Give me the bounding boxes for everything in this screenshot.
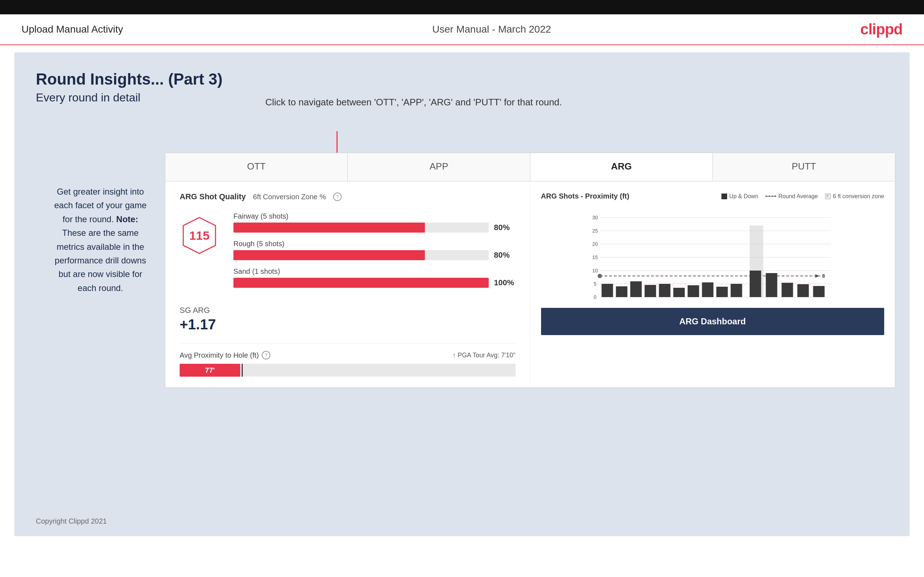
fairway-pct: 80% (494, 223, 515, 232)
pga-avg: ↑ PGA Tour Avg: 7'10" (452, 351, 515, 359)
sand-label: Sand (1 shots) (233, 268, 515, 276)
proximity-title: Avg Proximity to Hole (ft) ? (179, 351, 270, 359)
hex-score: 115 (179, 216, 219, 255)
svg-text:8: 8 (822, 273, 825, 279)
clippd-logo: clippd (860, 21, 903, 38)
panel-title: ARG Shot Quality (179, 192, 246, 201)
rough-label: Rough (5 shots) (233, 240, 515, 248)
proximity-chart: 0 5 10 15 20 25 30 (541, 208, 885, 301)
svg-text:10: 10 (592, 268, 598, 274)
card-body: ARG Shot Quality 6ft Conversion Zone % ?… (165, 181, 895, 387)
sand-bar-fill (233, 278, 489, 288)
sg-value: +1.17 (179, 316, 515, 333)
svg-rect-27 (645, 285, 656, 297)
legend-conversion: 6 ft conversion zone (825, 193, 884, 200)
sg-label: SG ARG (179, 306, 515, 315)
header: Upload Manual Activity User Manual - Mar… (0, 15, 924, 45)
section-title: Round Insights... (Part 3) (36, 70, 888, 88)
svg-rect-28 (659, 284, 670, 297)
help-icon[interactable]: ? (333, 192, 342, 201)
svg-rect-37 (797, 284, 809, 297)
svg-rect-31 (702, 282, 713, 297)
sand-pct: 100% (494, 278, 515, 287)
upload-manual-activity-label: Upload Manual Activity (21, 24, 123, 35)
sg-section: SG ARG +1.17 (179, 306, 515, 333)
legend-up-down: Up & Down (721, 193, 758, 200)
tab-app[interactable]: APP (348, 153, 530, 181)
sand-row: Sand (1 shots) 100% (233, 268, 515, 288)
hex-bars-container: 115 Fairway (5 shots) 80% (179, 212, 515, 295)
hex-number: 115 (189, 229, 210, 243)
main-content: Round Insights... (Part 3) Every round i… (15, 52, 909, 536)
insights-card: OTT APP ARG PUTT ARG Shot Quality 6ft Co… (165, 153, 895, 388)
fairway-row: Fairway (5 shots) 80% (233, 212, 515, 232)
svg-rect-25 (615, 286, 627, 297)
proximity-section: Avg Proximity to Hole (ft) ? ↑ PGA Tour … (179, 343, 515, 377)
svg-rect-24 (601, 284, 613, 297)
note-label: Note: (116, 214, 138, 224)
tabs-container: OTT APP ARG PUTT (165, 153, 895, 181)
svg-text:5: 5 (593, 281, 596, 287)
svg-rect-32 (716, 287, 727, 297)
proximity-help-icon[interactable]: ? (262, 351, 270, 359)
proximity-marker (242, 364, 243, 377)
tab-putt[interactable]: PUTT (713, 153, 895, 181)
fairway-label: Fairway (5 shots) (233, 212, 515, 221)
chart-header: ARG Shots - Proximity (ft) Up & Down Rou… (541, 192, 885, 200)
footer-copyright: Copyright Clippd 2021 (36, 517, 107, 525)
svg-rect-36 (781, 283, 793, 297)
svg-rect-34 (750, 271, 761, 297)
panel-subtitle: 6ft Conversion Zone % (253, 193, 326, 201)
fairway-bar-fill (233, 222, 425, 232)
legend-dashed-icon (766, 196, 776, 197)
sand-bar-track (233, 278, 489, 288)
rough-bar-track (233, 250, 489, 260)
svg-text:0: 0 (593, 294, 596, 300)
left-description: Get greater insight into each facet of y… (50, 185, 150, 295)
legend-conversion-label: 6 ft conversion zone (833, 193, 884, 200)
rough-row: Rough (5 shots) 80% (233, 240, 515, 260)
svg-point-39 (598, 274, 602, 278)
tab-arg[interactable]: ARG (530, 153, 713, 181)
document-title: User Manual - March 2022 (433, 24, 551, 35)
legend-round-avg-label: Round Average (779, 193, 818, 200)
chart-legend: Up & Down Round Average 6 ft conversion … (721, 193, 884, 200)
svg-marker-20 (815, 274, 819, 278)
proximity-value: 77' (205, 366, 215, 374)
svg-rect-30 (687, 285, 699, 297)
rough-pct: 80% (494, 250, 515, 260)
svg-rect-35 (766, 273, 777, 297)
rough-bar-fill (233, 250, 425, 260)
chart-area: 0 5 10 15 20 25 30 (541, 208, 885, 301)
proximity-bar-track: 77' (179, 364, 515, 377)
nav-hint: Click to navigate between 'OTT', 'APP', … (265, 95, 562, 109)
top-bar (0, 0, 924, 15)
svg-text:25: 25 (592, 228, 598, 234)
svg-rect-38 (813, 286, 824, 297)
right-panel: ARG Shots - Proximity (ft) Up & Down Rou… (530, 181, 895, 387)
svg-rect-33 (730, 284, 742, 297)
svg-text:30: 30 (592, 215, 598, 221)
legend-check-icon (825, 193, 831, 199)
proximity-header: Avg Proximity to Hole (ft) ? ↑ PGA Tour … (179, 351, 515, 359)
panel-header: ARG Shot Quality 6ft Conversion Zone % ? (179, 192, 515, 201)
svg-rect-26 (630, 281, 641, 297)
svg-text:20: 20 (592, 241, 598, 247)
proximity-bar-fill: 77' (179, 364, 240, 377)
tab-ott[interactable]: OTT (165, 153, 348, 181)
legend-round-avg: Round Average (766, 193, 818, 200)
arg-dashboard-button[interactable]: ARG Dashboard (541, 308, 885, 335)
left-panel: ARG Shot Quality 6ft Conversion Zone % ?… (165, 181, 530, 387)
fairway-bar-track (233, 222, 489, 232)
chart-title: ARG Shots - Proximity (ft) (541, 192, 630, 200)
legend-up-down-label: Up & Down (729, 193, 758, 200)
legend-square-icon (721, 193, 727, 199)
svg-text:15: 15 (592, 255, 598, 260)
svg-rect-29 (673, 288, 685, 297)
shot-quality-bars: Fairway (5 shots) 80% Rough (5 shots) (233, 212, 515, 295)
